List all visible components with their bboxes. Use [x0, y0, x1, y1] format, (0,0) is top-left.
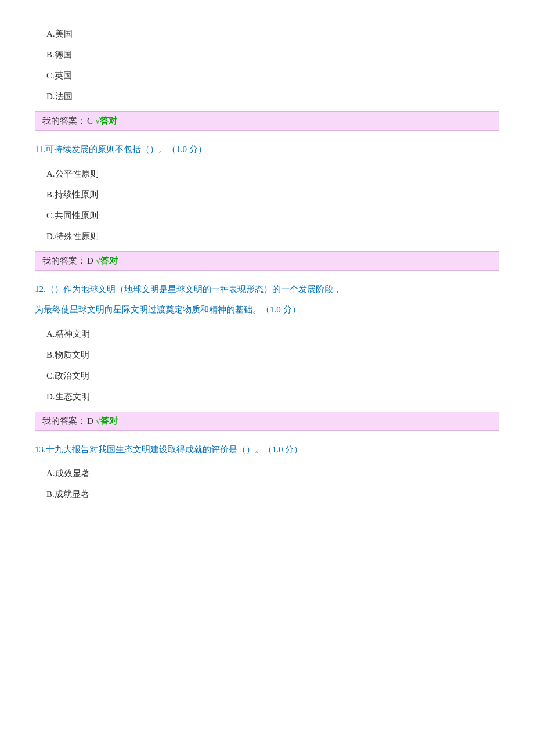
question-13: 13.十九大报告对我国生态文明建设取得成就的评价是（）。（1.0 分） A.成效… [35, 442, 499, 505]
answer-result-10: √答对 [95, 116, 117, 127]
question-12: 12.（）作为地球文明（地球文明是星球文明的一种表现形态）的一个发展阶段， 为最… [35, 282, 499, 407]
answer-value-12: D [87, 416, 93, 426]
option-11-a: A.公平性原则 [35, 163, 499, 184]
answer-prefix-12: 我的答案： [42, 416, 86, 427]
answer-value-11: D [87, 256, 93, 266]
question-11: 11.可持续发展的原则不包括（）。（1.0 分） A.公平性原则 B.持续性原则… [35, 142, 499, 247]
option-13-b: B.成就显著 [35, 484, 499, 505]
option-12-d: D.生态文明 [35, 386, 499, 407]
option-11-b: B.持续性原则 [35, 184, 499, 205]
answer-bar-12: 我的答案： D √答对 [35, 412, 499, 431]
question-13-text: 13.十九大报告对我国生态文明建设取得成就的评价是（）。（1.0 分） [35, 442, 499, 458]
question-11-text: 11.可持续发展的原则不包括（）。（1.0 分） [35, 142, 499, 157]
answer-prefix-11: 我的答案： [42, 255, 86, 267]
option-12-c: C.政治文明 [35, 365, 499, 386]
question-12-text-line1: 12.（）作为地球文明（地球文明是星球文明的一种表现形态）的一个发展阶段， [35, 282, 499, 297]
option-10-d: D.法国 [35, 86, 499, 107]
option-11-d: D.特殊性原则 [35, 226, 499, 247]
option-10-b: B.德国 [35, 44, 499, 65]
option-11-c: C.共同性原则 [35, 205, 499, 226]
answer-result-12: √答对 [96, 416, 118, 427]
answer-bar-10: 我的答案： C √答对 [35, 111, 499, 131]
option-12-a: A.精神文明 [35, 323, 499, 344]
option-10-c: C.英国 [35, 65, 499, 86]
answer-prefix-10: 我的答案： [42, 116, 86, 127]
option-10-a: A.美国 [35, 23, 499, 44]
answer-bar-11: 我的答案： D √答对 [35, 251, 499, 271]
answer-value-10: C [87, 116, 93, 126]
answer-result-11: √答对 [96, 255, 118, 267]
option-13-a: A.成效显著 [35, 463, 499, 484]
option-12-b: B.物质文明 [35, 344, 499, 365]
question-10-options: A.美国 B.德国 C.英国 D.法国 [35, 23, 499, 107]
question-12-text-line2: 为最终使星球文明向星际文明过渡奠定物质和精神的基础。（1.0 分） [35, 303, 499, 318]
